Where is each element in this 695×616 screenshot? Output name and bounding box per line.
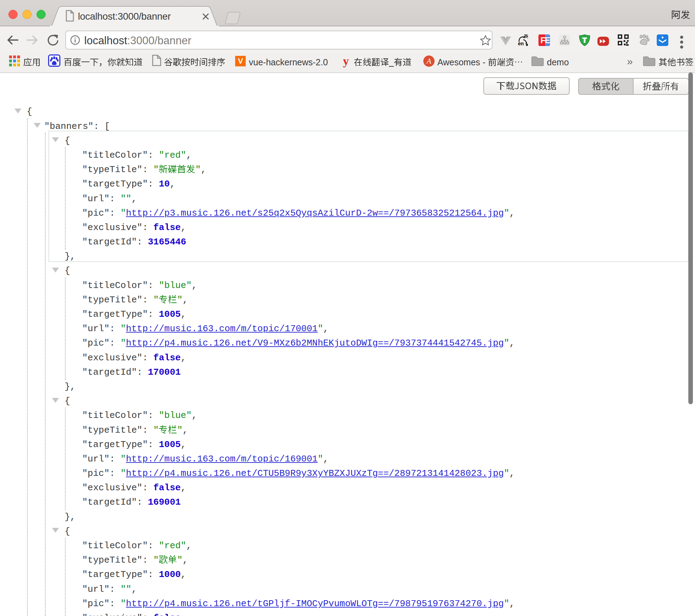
svg-text:E: E: [545, 36, 550, 45]
svg-text:en: en: [518, 41, 524, 46]
